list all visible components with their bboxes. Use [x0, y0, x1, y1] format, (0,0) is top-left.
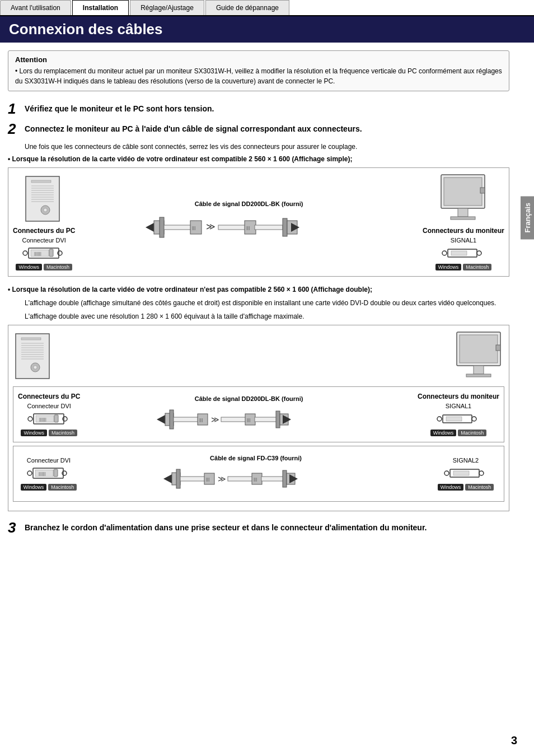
- svg-text:|||: |||: [247, 417, 250, 422]
- badge-windows-2al: Windows: [21, 430, 47, 436]
- svg-rect-75: [276, 411, 280, 428]
- cable-2b-label: Câble de signal FD-C39 (fourni): [210, 455, 302, 461]
- sub-diagram-1: Connecteurs du PC Connecteur DVI |||||||…: [13, 386, 504, 442]
- page-number: 3: [511, 734, 517, 747]
- svg-rect-20: [160, 217, 164, 237]
- svg-point-78: [437, 417, 442, 421]
- svg-rect-71: [221, 417, 246, 422]
- svg-rect-29: [283, 218, 287, 236]
- sidebar-label: Français: [521, 196, 534, 239]
- sub-diagram-1-right: Connecteurs du moniteur SIGNAL1 Windows …: [418, 393, 499, 436]
- badge-windows-2ar: Windows: [430, 430, 457, 436]
- svg-rect-62: [54, 415, 58, 422]
- attention-title: Attention: [15, 55, 502, 64]
- connector-badges-1-right: Windows Macintosh: [435, 264, 492, 270]
- connector-badges-1-left: Windows Macintosh: [16, 264, 72, 270]
- step-3-text: Branchez le cordon d'alimentation dans u…: [25, 520, 427, 534]
- diagram-1-row: Connecteurs du PC Connecteur DVI |||||||…: [13, 174, 504, 270]
- step-1-text: Vérifiez que le moniteur et le PC sont h…: [25, 101, 214, 115]
- cable-diagram-2a: ||| ≫ |||: [143, 405, 355, 433]
- sub-diagram-1-left: Connecteurs du PC Connecteur DVI |||||||…: [18, 393, 80, 436]
- badge-windows-2br: Windows: [438, 484, 464, 491]
- step-2-text: Connectez le moniteur au PC à l'aide d'u…: [25, 122, 362, 135]
- connector-badges-2a-left: Windows Macintosh: [21, 430, 77, 436]
- svg-rect-39: [451, 251, 467, 255]
- svg-text:|||||||: |||||||: [39, 417, 46, 422]
- svg-point-102: [444, 471, 449, 475]
- bullet-label-2: • Lorsque la résolution de la carte vidé…: [8, 286, 509, 293]
- diagram-1-right-label: Connecteurs du moniteur: [423, 227, 504, 235]
- tab-guide[interactable]: Guide de dépannage: [205, 0, 289, 15]
- cable-diagram-2b: ||| ≫ |||: [149, 465, 362, 493]
- svg-marker-88: [163, 474, 172, 483]
- cable-diagram-1: ||| ≫ |||: [129, 211, 369, 244]
- badge-windows-1r: Windows: [435, 264, 462, 270]
- svg-point-40: [477, 251, 481, 255]
- main-content: Attention • Lors du remplacement du moni…: [0, 43, 521, 548]
- bullet-label-1: • Lorsque la résolution de la carte vidé…: [8, 155, 509, 163]
- svg-text:|||: |||: [192, 225, 195, 230]
- svg-text:|||: |||: [246, 225, 250, 230]
- sub-diagram-2-left: Connecteur DVI ||||||| Windows Macintosh: [18, 457, 79, 491]
- cable-2a-label: Câble de signal DD200DL-BK (fourni): [195, 395, 303, 402]
- svg-point-52: [34, 366, 37, 369]
- svg-rect-90: [176, 469, 180, 488]
- svg-text:|||: |||: [199, 417, 203, 422]
- diagram-1-left-sub: Connecteur DVI: [22, 237, 66, 244]
- badge-mac-2ar: Macintosh: [458, 430, 486, 436]
- diagram-2: Connecteurs du PC Connecteur DVI |||||||…: [8, 325, 509, 511]
- tab-installation[interactable]: Installation: [72, 0, 129, 15]
- svg-text:≫: ≫: [211, 415, 219, 424]
- step-1: 1 Vérifiez que le moniteur et le PC sont…: [8, 101, 509, 116]
- sub-diagram-1-left-sub: Connecteur DVI: [27, 403, 71, 409]
- svg-point-105: [479, 471, 484, 475]
- diagram-2-pc-area: [13, 331, 504, 384]
- svg-rect-36: [451, 217, 475, 220]
- sub-diagram-1-left-label: Connecteurs du PC: [18, 393, 80, 400]
- svg-rect-54: [460, 335, 498, 363]
- sub-diagram-2-right: SIGNAL2 Windows Macintosh: [432, 457, 499, 491]
- badge-mac-2bl: Macintosh: [48, 484, 77, 491]
- dvi-connector-2a: |||||||: [27, 410, 72, 427]
- diagram-1-right-sub: SIGNAL1: [451, 237, 476, 244]
- attention-box: Attention • Lors du remplacement du moni…: [8, 50, 509, 91]
- step-2: 2 Connectez le moniteur au PC à l'aide d…: [8, 122, 509, 136]
- svg-rect-16: [49, 249, 53, 256]
- svg-marker-64: [157, 415, 165, 424]
- diagram-1-left: Connecteurs du PC Connecteur DVI |||||||…: [13, 174, 75, 270]
- badge-windows-1l: Windows: [16, 264, 42, 270]
- svg-rect-86: [54, 469, 58, 477]
- svg-rect-66: [170, 410, 174, 429]
- svg-rect-98: [261, 477, 284, 481]
- pc-illustration-2: [13, 331, 51, 384]
- svg-rect-74: [255, 417, 277, 422]
- diagram-2-monitor-area: [55, 331, 504, 384]
- connector-badges-2b-left: Windows Macintosh: [21, 484, 77, 491]
- svg-rect-56: [474, 366, 484, 374]
- page-title-bar: Connexion des câbles: [0, 16, 534, 43]
- svg-text:|||||||: |||||||: [34, 251, 41, 256]
- svg-rect-91: [180, 477, 205, 481]
- step-2-sub2b: L'affichage double avec une résolution 1…: [25, 311, 509, 321]
- badge-windows-2bl: Windows: [21, 484, 47, 491]
- sub-diagram-1-right-label: Connecteurs du moniteur: [418, 393, 499, 400]
- svg-rect-104: [453, 471, 469, 475]
- signal-connector-right-1: [441, 245, 486, 262]
- svg-text:|||||||: |||||||: [39, 472, 46, 476]
- sub-diagram-2-right-sub: SIGNAL2: [453, 457, 479, 464]
- svg-rect-42: [21, 338, 41, 340]
- diagram-1-right: Connecteurs du moniteur SIGNAL1 Windows …: [423, 174, 504, 270]
- attention-text: • Lors du remplacement du moniteur actue…: [15, 66, 502, 86]
- svg-rect-1: [31, 180, 51, 183]
- sub-diagram-1-middle: Câble de signal DD200DL-BK (fourni) ||| …: [80, 395, 418, 433]
- tab-avant[interactable]: Avant l'utilisation: [0, 0, 71, 15]
- page-title: Connexion des câbles: [9, 21, 525, 38]
- svg-rect-33: [444, 178, 482, 206]
- svg-text:≫: ≫: [206, 222, 216, 231]
- cable-1-label: Câble de signal DD200DL-BK (fourni): [195, 200, 303, 207]
- tab-reglage[interactable]: Réglage/Ajustage: [130, 0, 204, 15]
- step-2-sub1: Une fois que les connecteurs de câble so…: [25, 142, 509, 152]
- svg-rect-67: [174, 417, 199, 422]
- svg-rect-28: [255, 225, 283, 230]
- signal-connector-right-2b: [443, 465, 488, 482]
